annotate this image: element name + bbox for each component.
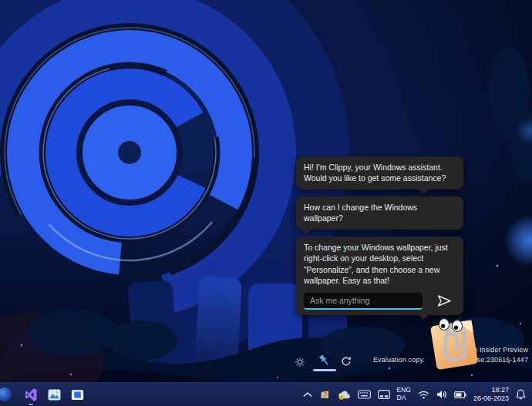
visual-studio-icon: [25, 388, 38, 401]
desktop-screen: 11 Home Insider Preview Evaluation copy.…: [0, 0, 532, 406]
taskbar-clock[interactable]: 18:27 26-06-2023: [473, 386, 509, 403]
chat-bubble-user: How can I change the Windows wallpaper?: [296, 196, 463, 230]
volume-tray-icon[interactable]: [436, 390, 447, 399]
chat-bubble-clippy-1: Hi! I'm Clippy, your Windows assistant. …: [296, 156, 463, 190]
touch-keyboard-icon: [358, 390, 371, 399]
assistant-pin-button[interactable]: [318, 354, 331, 367]
taskbar-media-player-icon[interactable]: [69, 387, 85, 402]
chat-message-text: To change your Windows wallpaper, just r…: [304, 243, 448, 285]
settings-gear-icon: [295, 357, 305, 367]
wifi-tray-icon[interactable]: [418, 391, 429, 399]
chat-message-text: How can I change the Windows wallpaper?: [304, 203, 417, 223]
onedrive-tray-icon[interactable]: !: [338, 390, 351, 400]
app-circle-icon: [0, 388, 12, 401]
wifi-icon: [418, 391, 429, 399]
refresh-icon: [341, 356, 352, 367]
chat-bubble-clippy-2: To change your Windows wallpaper, just r…: [296, 237, 463, 315]
chevron-up-icon: [303, 391, 312, 398]
media-player-icon: [71, 388, 84, 401]
assistant-settings-button[interactable]: [295, 357, 305, 367]
ask-anything-input[interactable]: [304, 293, 423, 310]
notifications-bell-icon: [516, 389, 526, 400]
pin-active-indicator: [313, 369, 336, 371]
battery-tray-icon[interactable]: [454, 391, 466, 398]
volume-icon: [436, 390, 447, 399]
hidden-icons-chevron[interactable]: [303, 391, 312, 398]
touchpad-icon: [378, 390, 390, 399]
running-indicator: [29, 404, 33, 405]
touch-keyboard-tray-icon[interactable]: [358, 390, 371, 399]
battery-icon: [454, 391, 466, 398]
taskbar: !: [0, 382, 532, 406]
photos-icon: [48, 388, 61, 401]
chat-message-text: Hi! I'm Clippy, your Windows assistant. …: [304, 163, 446, 183]
taskbar-visual-studio-icon[interactable]: [23, 387, 39, 402]
language-indicator[interactable]: ENG DA: [397, 387, 411, 402]
touchpad-tray-icon[interactable]: [378, 390, 390, 399]
language-secondary: DA: [397, 394, 411, 402]
clock-date: 26-06-2023: [473, 394, 509, 403]
clippy-tray-icon[interactable]: [319, 389, 331, 401]
send-paper-plane-icon: [436, 294, 452, 307]
taskbar-photos-icon[interactable]: [46, 387, 62, 402]
clock-time: 18:27: [473, 386, 509, 394]
assistant-refresh-button[interactable]: [341, 356, 352, 367]
clippy-note-icon: [319, 389, 331, 401]
send-button[interactable]: [436, 294, 452, 307]
taskbar-app-icon-partial[interactable]: [0, 387, 15, 402]
pin-icon: [318, 354, 331, 367]
onedrive-cloud-icon: !: [338, 390, 351, 400]
notification-center-button[interactable]: [516, 389, 526, 400]
